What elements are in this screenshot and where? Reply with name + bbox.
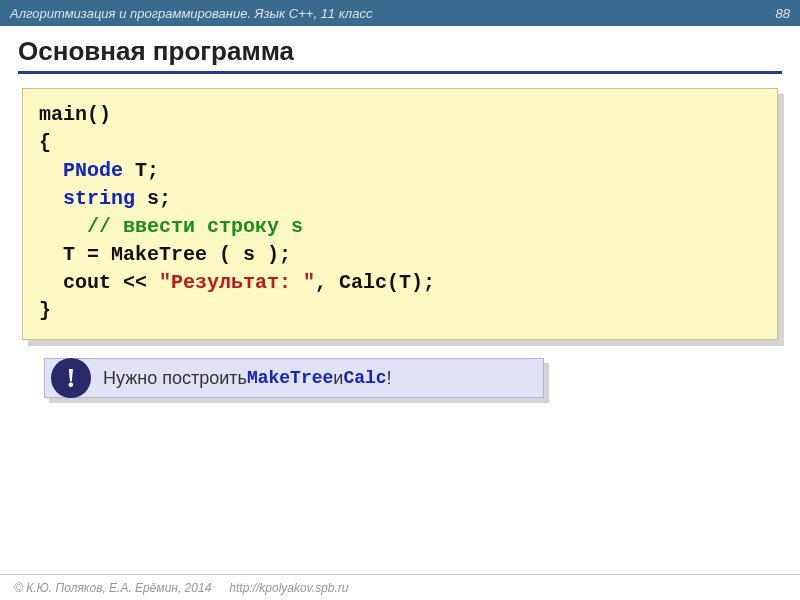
string-literal: "Результат: " (159, 271, 315, 294)
code-block: main() { PNode T; string s; // ввести ст… (22, 88, 778, 340)
comment: // ввести строку s (87, 215, 303, 238)
code-content: main() { PNode T; string s; // ввести ст… (22, 88, 778, 340)
code-line-1: main() (39, 103, 111, 126)
exclamation-icon: ! (51, 358, 91, 398)
page-number: 88 (776, 6, 790, 21)
code-line-8: } (39, 299, 51, 322)
code-line-6: T = MakeTree ( s ); (39, 243, 291, 266)
note-text-mid: и (333, 368, 343, 389)
note-content: ! Нужно построить MakeTree и Calc ! (44, 358, 544, 398)
code-line-7-b: , Calc(T); (315, 271, 435, 294)
footer: © К.Ю. Поляков, Е.А. Ерёмин, 2014 http:/… (0, 574, 800, 600)
code-line-7-a: cout << (39, 271, 159, 294)
page-title: Основная программа (0, 26, 800, 71)
code-line-2: { (39, 131, 51, 154)
code-line-3-indent (39, 159, 63, 182)
note-block: ! Нужно построить MakeTree и Calc ! (44, 358, 544, 398)
course-label: Алгоритмизация и программирование. Язык … (10, 6, 372, 21)
code-line-4-rest: s; (135, 187, 171, 210)
keyword-string: string (63, 187, 135, 210)
header-bar: Алгоритмизация и программирование. Язык … (0, 0, 800, 26)
keyword-pnode: PNode (63, 159, 123, 182)
note-text-post: ! (387, 368, 392, 389)
copyright: © К.Ю. Поляков, Е.А. Ерёмин, 2014 (14, 581, 211, 595)
note-fn-maketree: MakeTree (247, 368, 333, 388)
code-line-4-indent (39, 187, 63, 210)
note-fn-calc: Calc (343, 368, 386, 388)
title-underline (18, 71, 782, 74)
code-line-3-rest: T; (123, 159, 159, 182)
note-text-pre: Нужно построить (103, 368, 247, 389)
footer-url: http://kpolyakov.spb.ru (229, 581, 348, 595)
code-line-5-indent (39, 215, 87, 238)
